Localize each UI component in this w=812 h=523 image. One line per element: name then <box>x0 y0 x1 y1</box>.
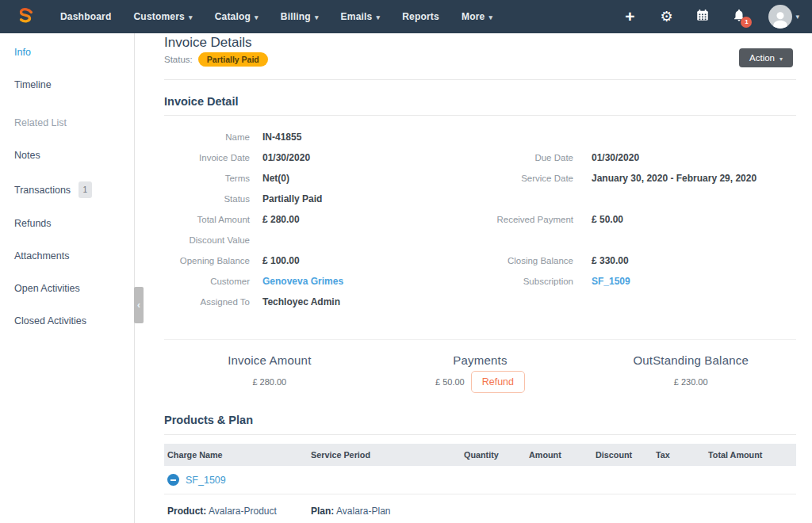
field-label: Closing Balance <box>473 256 573 265</box>
field-label: Total Amount <box>164 215 250 224</box>
field-label: Name <box>164 132 250 142</box>
transactions-count-badge: 1 <box>79 181 93 198</box>
nav-item-reports[interactable]: Reports <box>391 11 450 22</box>
received-payment-value: £ 50.00 <box>586 214 796 225</box>
customer-link[interactable]: Genoveva Grimes <box>262 276 461 287</box>
charge-detail-row: Product: Avalara-Product Plan: Avalara-P… <box>164 494 796 523</box>
sidebar-item-notes[interactable]: Notes <box>14 149 134 162</box>
field-row: Discount Value <box>164 230 796 250</box>
field-row: Customer Genoveva Grimes Subscription SF… <box>164 271 796 292</box>
opening-balance-value: £ 100.00 <box>262 255 461 266</box>
nav-item-catalog[interactable]: Catalog <box>204 11 270 22</box>
field-row: Terms Net(0) Service Date January 30, 20… <box>164 168 796 189</box>
field-label: Opening Balance <box>164 256 250 265</box>
sidebar-collapse-handle[interactable] <box>134 287 144 323</box>
terms-value: Net(0) <box>262 173 461 184</box>
add-icon[interactable] <box>611 9 648 25</box>
products-plan-section-title: Products & Plan <box>164 414 796 426</box>
column-header: Quantity <box>461 444 526 466</box>
assigned-to-value: Techloyec Admin <box>262 296 461 307</box>
invoice-detail-section-title: Invoice Detail <box>164 95 796 108</box>
page-title: Invoice Details <box>164 35 796 51</box>
sidebar-item-info[interactable]: Info <box>14 46 134 59</box>
sidebar-item-open-activities[interactable]: Open Activities <box>14 282 134 296</box>
charge-row: SF_1509 <box>164 466 796 494</box>
field-label: Discount Value <box>164 235 250 245</box>
collapse-row-icon[interactable] <box>167 474 179 486</box>
field-row: Assigned To Techloyec Admin <box>164 292 796 312</box>
notifications-icon[interactable]: 1 <box>721 8 757 25</box>
user-avatar[interactable] <box>768 5 792 29</box>
invoice-detail-fields: Name IN-41855 Invoice Date 01/30/2020 Du… <box>164 127 796 312</box>
nav-item-customers[interactable]: Customers <box>122 11 203 22</box>
column-header: Amount <box>526 444 592 466</box>
product-value: Avalara-Product <box>209 506 277 517</box>
main-menu: Dashboard Customers Catalog Billing Emai… <box>49 11 504 22</box>
field-label: Terms <box>164 174 250 183</box>
field-label: Received Payment <box>473 215 573 224</box>
column-header: Charge Name <box>164 444 308 466</box>
outstanding-balance-title: OutStanding Balance <box>585 353 796 367</box>
record-sidebar: Info Timeline Related List Notes Transac… <box>0 33 135 523</box>
status-label: Status: <box>164 55 193 64</box>
sidebar-item-label: Transactions <box>14 185 71 196</box>
field-label: Customer <box>164 277 250 286</box>
divider <box>164 79 796 80</box>
nav-item-dashboard[interactable]: Dashboard <box>49 11 122 22</box>
sidebar-item-attachments[interactable]: Attachments <box>14 250 134 263</box>
invoice-date-value: 01/30/2020 <box>262 152 461 163</box>
field-label: Invoice Date <box>164 153 250 162</box>
nav-item-more[interactable]: More <box>450 11 504 22</box>
user-menu-caret-icon[interactable] <box>795 13 799 21</box>
charge-name-link[interactable]: SF_1509 <box>186 475 226 486</box>
due-date-value: 01/30/2020 <box>586 152 796 163</box>
column-header: Service Period <box>308 444 461 466</box>
divider <box>164 434 796 435</box>
outstanding-balance-value: £ 230.00 <box>585 377 796 387</box>
subscription-link[interactable]: SF_1509 <box>586 276 796 287</box>
invoice-amount-title: Invoice Amount <box>164 353 375 367</box>
closing-balance-value: £ 330.00 <box>586 255 796 266</box>
payments-summary: Payments £ 50.00 Refund <box>375 353 586 393</box>
invoice-amount-summary: Invoice Amount £ 280.00 <box>164 353 375 393</box>
column-header: Total Amount <box>705 444 796 466</box>
calendar-icon[interactable] <box>684 8 721 25</box>
field-row: Total Amount £ 280.00 Received Payment £… <box>164 209 796 230</box>
action-button[interactable]: Action <box>739 48 793 67</box>
nav-item-billing[interactable]: Billing <box>270 11 330 22</box>
refund-button[interactable]: Refund <box>471 371 525 393</box>
field-label: Assigned To <box>164 297 250 307</box>
settings-icon[interactable] <box>648 8 684 25</box>
field-row: Status Partially Paid <box>164 189 796 209</box>
outstanding-summary: OutStanding Balance £ 230.00 <box>585 353 796 393</box>
field-label: Due Date <box>473 153 573 162</box>
notification-count-badge: 1 <box>741 17 752 28</box>
total-amount-value: £ 280.00 <box>262 214 461 225</box>
invoice-details-panel: Invoice Details Status: Partially Paid A… <box>136 33 812 523</box>
plan-label: Plan: <box>311 506 334 517</box>
plan-value: Avalara-Plan <box>336 506 390 517</box>
field-label: Service Date <box>473 174 573 183</box>
products-table: Charge Name Service Period Quantity Amou… <box>164 444 796 523</box>
service-date-value: January 30, 2020 - February 29, 2020 <box>586 173 796 184</box>
invoice-amount-value: £ 280.00 <box>164 377 375 387</box>
app-logo-icon[interactable] <box>14 6 35 27</box>
invoice-name-value: IN-41855 <box>262 132 461 143</box>
sidebar-item-closed-activities[interactable]: Closed Activities <box>14 315 134 328</box>
divider <box>164 115 796 116</box>
field-label: Subscription <box>473 277 573 286</box>
invoice-summary: Invoice Amount £ 280.00 Payments £ 50.00… <box>164 340 796 393</box>
sidebar-item-refunds[interactable]: Refunds <box>14 217 134 231</box>
field-label: Status <box>164 194 250 204</box>
sidebar-item-transactions[interactable]: Transactions 1 <box>14 181 134 198</box>
nav-item-emails[interactable]: Emails <box>330 11 392 22</box>
navbar-actions: 1 <box>611 5 801 29</box>
top-navbar: Dashboard Customers Catalog Billing Emai… <box>0 0 812 33</box>
sidebar-section-related-list: Related List <box>14 116 134 130</box>
column-header: Discount <box>592 444 653 466</box>
sidebar-item-timeline[interactable]: Timeline <box>14 78 134 92</box>
status-badge: Partially Paid <box>198 52 268 67</box>
payments-title: Payments <box>375 353 586 367</box>
products-table-header: Charge Name Service Period Quantity Amou… <box>164 444 796 466</box>
payments-value: £ 50.00 <box>435 377 465 387</box>
